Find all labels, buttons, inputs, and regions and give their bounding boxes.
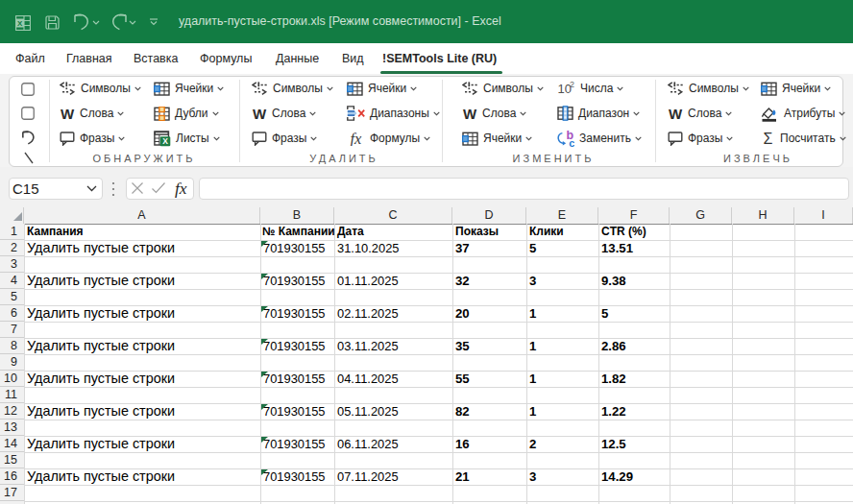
svg-text:X: X (162, 136, 168, 146)
svg-text:X: X (17, 19, 23, 28)
svg-text:Σ: Σ (764, 132, 773, 146)
svg-text:fx: fx (351, 131, 363, 146)
svg-text:W: W (463, 107, 477, 121)
svg-text:W: W (253, 107, 267, 121)
svg-text:W: W (61, 107, 75, 121)
svg-text:c: c (569, 136, 574, 146)
svg-text:W: W (669, 107, 683, 121)
svg-text:2: 2 (570, 81, 574, 89)
